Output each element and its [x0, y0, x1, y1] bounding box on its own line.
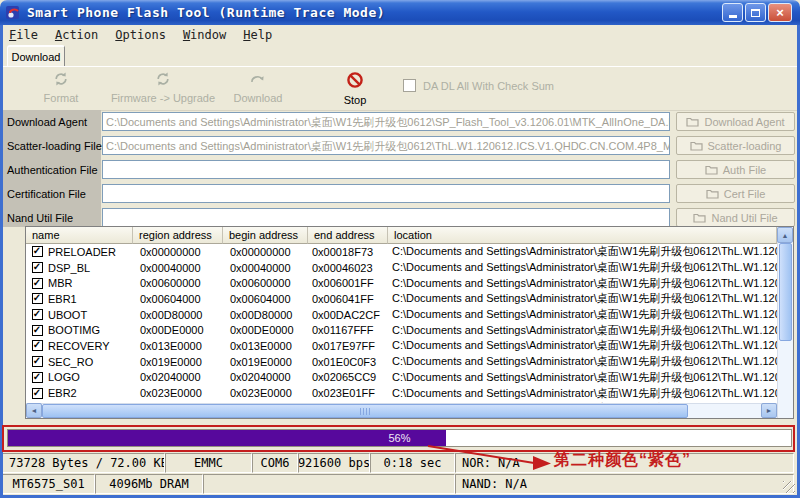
progress-bar: 56% [7, 429, 792, 447]
scroll-right-icon: ► [766, 407, 773, 414]
auth-file-label: Authentication File [7, 160, 99, 180]
progress-percent-label: 56% [8, 432, 791, 444]
status-elapsed-time: 0:18 sec [370, 453, 455, 473]
tab-download[interactable]: Download [7, 45, 65, 66]
scroll-up-button[interactable]: ▲ [777, 227, 793, 243]
vertical-scroll-thumb[interactable] [779, 243, 792, 341]
horizontal-scrollbar[interactable]: ◄ ► [26, 403, 777, 418]
auth-file-browse-label: Auth File [723, 164, 766, 176]
toolbar: Format Firmware -> Upgrade Download Stop… [3, 66, 797, 111]
row-checkbox[interactable]: ✓ [32, 388, 43, 399]
format-icon [53, 71, 69, 89]
table-row[interactable]: ✓ UBOOT 0x00D80000 0x00D80000 0x00DAC2CF… [26, 307, 777, 323]
row-checkbox[interactable]: ✓ [32, 372, 43, 383]
row-checkbox[interactable]: ✓ [32, 246, 43, 257]
folder-icon [693, 213, 706, 223]
table-row[interactable]: ✓ DSP_BL 0x00040000 0x00040000 0x0004602… [26, 260, 777, 276]
nand-util-file-field[interactable] [102, 208, 670, 227]
download-agent-browse-button[interactable]: Download Agent [676, 112, 795, 131]
table-row[interactable]: ✓ SEC_RO 0x019E0000 0x019E0000 0x01E0C0F… [26, 354, 777, 370]
checkbox-checked-icon: ✓ [33, 262, 41, 272]
download-agent-browse-label: Download Agent [704, 116, 784, 128]
cert-file-browse-label: Cert File [724, 188, 766, 200]
status-storage-type: EMMC [165, 453, 252, 473]
minimize-button[interactable] [722, 3, 743, 22]
vertical-scrollbar[interactable]: ▲ [777, 227, 793, 418]
checkbox-checked-icon: ✓ [33, 340, 41, 350]
table-row[interactable]: ✓ PRELOADER 0x00000000 0x00000000 0x0001… [26, 244, 777, 260]
scroll-grip-icon [360, 408, 371, 415]
menu-options[interactable]: Options [115, 28, 166, 42]
folder-icon [686, 117, 699, 127]
menu-file[interactable]: File [9, 28, 38, 42]
checkbox-checked-icon: ✓ [33, 293, 41, 303]
scatter-file-field[interactable]: C:\Documents and Settings\Administrator\… [102, 136, 670, 155]
da-dl-checksum-checkbox[interactable]: DA DL All With Check Sum [403, 79, 554, 92]
menu-action[interactable]: Action [55, 28, 98, 42]
cert-file-label: Certification File [7, 184, 99, 204]
close-icon: × [776, 6, 784, 19]
menu-help[interactable]: Help [243, 28, 272, 42]
download-button[interactable]: Download [219, 71, 297, 104]
nand-util-file-label: Nand Util File [7, 208, 99, 228]
folder-icon [705, 165, 718, 175]
row-checkbox[interactable]: ✓ [32, 293, 43, 304]
menu-bar: File Action Options Window Help [3, 25, 797, 44]
table-row[interactable]: ✓ BOOTIMG 0x00DE0000 0x00DE0000 0x01167F… [26, 322, 777, 338]
checkbox-checked-icon: ✓ [33, 325, 41, 335]
column-header-region-address[interactable]: region address [133, 227, 223, 244]
status-baud-rate: 921600 bps [298, 453, 370, 473]
window-title: Smart Phone Flash Tool (Runtime Trace Mo… [27, 5, 385, 20]
status-chip-model: MT6575_S01 [2, 474, 95, 494]
download-agent-field[interactable]: C:\Documents and Settings\Administrator\… [102, 112, 670, 131]
checkbox-checked-icon: ✓ [33, 309, 41, 319]
nand-util-browse-label: Nand Util File [711, 212, 777, 224]
app-icon [6, 5, 21, 20]
auth-file-browse-button[interactable]: Auth File [676, 160, 795, 179]
row-checkbox[interactable]: ✓ [32, 278, 43, 289]
download-icon [249, 71, 267, 89]
da-dl-checksum-label: DA DL All With Check Sum [423, 80, 554, 92]
scatter-file-browse-button[interactable]: Scatter-loading [676, 136, 795, 155]
horizontal-scroll-thumb[interactable] [42, 404, 688, 418]
firmware-upgrade-button[interactable]: Firmware -> Upgrade [107, 71, 219, 104]
checkbox-checked-icon: ✓ [33, 372, 41, 382]
table-row[interactable]: ✓ LOGO 0x02040000 0x02040000 0x02065CC9 … [26, 370, 777, 386]
auth-file-field[interactable] [102, 160, 670, 179]
scroll-right-button[interactable]: ► [761, 403, 777, 418]
resize-grip[interactable] [783, 481, 795, 493]
cert-file-field[interactable] [102, 184, 670, 203]
row-checkbox[interactable]: ✓ [32, 262, 43, 273]
tab-download-label: Download [12, 51, 61, 63]
row-checkbox[interactable]: ✓ [32, 309, 43, 320]
maximize-icon [751, 9, 760, 17]
row-checkbox[interactable]: ✓ [32, 356, 43, 367]
nand-util-browse-button[interactable]: Nand Util File [676, 208, 795, 227]
download-agent-label: Download Agent [7, 112, 99, 132]
column-header-end-address[interactable]: end address [308, 227, 388, 244]
row-checkbox[interactable]: ✓ [32, 340, 43, 351]
table-row[interactable]: ✓ EBR1 0x00604000 0x00604000 0x006041FF … [26, 291, 777, 307]
table-row[interactable]: ✓ RECOVERY 0x013E0000 0x013E0000 0x017E9… [26, 338, 777, 354]
minimize-icon [729, 15, 737, 18]
maximize-button[interactable] [745, 3, 766, 22]
format-button[interactable]: Format [25, 71, 97, 104]
format-label: Format [44, 92, 79, 104]
close-button[interactable]: × [768, 3, 792, 22]
stop-button[interactable]: Stop [327, 71, 383, 106]
stop-icon [346, 71, 364, 91]
column-header-begin-address[interactable]: begin address [223, 227, 308, 244]
table-row[interactable]: ✓ EBR2 0x023E0000 0x023E0000 0x023E01FF … [26, 385, 777, 401]
scroll-left-button[interactable]: ◄ [26, 403, 42, 418]
table-rows: ✓ PRELOADER 0x00000000 0x00000000 0x0001… [26, 244, 777, 418]
status-speed: 73728 Bytes / 72.00 KBps [2, 453, 165, 473]
column-header-name[interactable]: name [26, 227, 133, 244]
column-header-location[interactable]: location [388, 227, 777, 244]
cert-file-browse-button[interactable]: Cert File [676, 184, 795, 203]
annotation-text: 第二种颜色“紫色” [554, 450, 691, 471]
status-empty-cell [203, 474, 455, 494]
menu-window[interactable]: Window [183, 28, 226, 42]
row-checkbox[interactable]: ✓ [32, 325, 43, 336]
status-nand: NAND: N/A [455, 474, 794, 494]
table-row[interactable]: ✓ MBR 0x00600000 0x00600000 0x006001FF C… [26, 275, 777, 291]
